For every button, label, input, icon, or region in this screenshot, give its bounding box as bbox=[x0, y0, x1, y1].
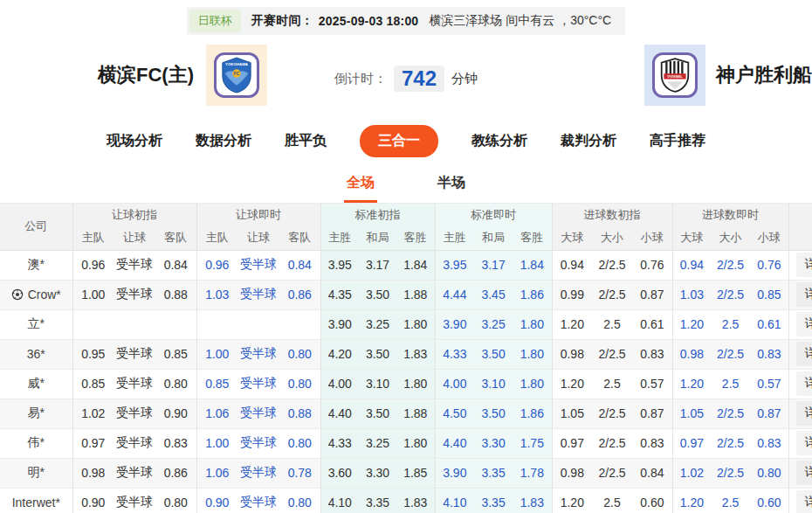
initial-odds-cell: 1.20 bbox=[552, 309, 592, 339]
detail-link[interactable]: 详 bbox=[796, 282, 812, 307]
live-odds-cell[interactable]: 2/2.5 bbox=[711, 280, 750, 309]
live-odds-cell[interactable]: 1.78 bbox=[513, 458, 552, 488]
live-odds-cell[interactable]: 4.00 bbox=[435, 369, 474, 399]
live-odds-cell[interactable]: 1.86 bbox=[513, 399, 552, 428]
live-odds-cell[interactable]: 0.85 bbox=[750, 280, 788, 309]
live-odds-cell[interactable]: 1.75 bbox=[513, 428, 552, 458]
live-odds-cell[interactable]: 1.06 bbox=[196, 399, 237, 428]
live-odds-cell[interactable]: 0.96 bbox=[196, 250, 237, 280]
live-odds-cell[interactable]: 0.80 bbox=[279, 428, 320, 458]
live-odds-cell[interactable]: 0.87 bbox=[750, 399, 788, 428]
live-odds-cell[interactable]: 2/2.5 bbox=[711, 458, 750, 488]
scope-tab[interactable]: 半场 bbox=[435, 169, 468, 203]
live-odds-cell[interactable]: 2.5 bbox=[711, 488, 750, 513]
live-odds-cell[interactable]: 4.40 bbox=[435, 428, 474, 458]
live-odds-cell[interactable]: 1.80 bbox=[513, 309, 552, 339]
live-odds-cell[interactable]: 受半球 bbox=[237, 458, 279, 488]
live-odds-cell[interactable]: 3.25 bbox=[474, 309, 513, 339]
live-odds-cell[interactable]: 0.57 bbox=[750, 369, 788, 399]
live-odds-cell[interactable]: 0.90 bbox=[196, 488, 237, 513]
live-odds-cell[interactable]: 1.84 bbox=[513, 250, 552, 280]
live-odds-cell[interactable]: 2/2.5 bbox=[711, 250, 750, 280]
detail-link[interactable]: 详 bbox=[796, 490, 812, 513]
detail-link[interactable]: 详 bbox=[796, 371, 812, 396]
live-odds-cell[interactable]: 2/2.5 bbox=[711, 428, 750, 458]
live-odds-cell[interactable]: 3.90 bbox=[435, 458, 474, 488]
live-odds-cell[interactable]: 0.80 bbox=[279, 369, 320, 399]
league-badge[interactable]: 日联杯 bbox=[189, 10, 241, 32]
live-odds-cell[interactable]: 3.95 bbox=[435, 250, 474, 280]
live-odds-cell[interactable]: 0.94 bbox=[672, 250, 711, 280]
sub-column-header: 让球 bbox=[114, 226, 155, 250]
live-odds-cell[interactable]: 1.05 bbox=[672, 399, 711, 428]
live-odds-cell[interactable]: 4.33 bbox=[435, 339, 474, 369]
live-odds-cell[interactable]: 0.61 bbox=[750, 309, 788, 339]
nav-tab[interactable]: 现场分析 bbox=[107, 132, 162, 150]
live-odds-cell[interactable]: 1.03 bbox=[672, 280, 711, 309]
live-odds-cell[interactable]: 2.5 bbox=[711, 369, 750, 399]
live-odds-cell[interactable]: 1.83 bbox=[513, 488, 552, 513]
live-odds-cell[interactable]: 1.02 bbox=[672, 458, 711, 488]
live-odds-cell[interactable]: 受半球 bbox=[237, 428, 279, 458]
live-odds-cell[interactable]: 0.60 bbox=[750, 488, 788, 513]
live-odds-cell[interactable]: 0.78 bbox=[279, 458, 320, 488]
live-odds-cell[interactable]: 0.84 bbox=[279, 250, 320, 280]
live-odds-cell[interactable]: 0.97 bbox=[672, 428, 711, 458]
live-odds-cell[interactable]: 1.03 bbox=[196, 280, 237, 309]
detail-link[interactable]: 详 bbox=[796, 401, 812, 426]
live-odds-cell[interactable]: 受半球 bbox=[237, 339, 279, 369]
live-odds-cell[interactable]: 3.35 bbox=[474, 488, 513, 513]
live-odds-cell[interactable]: 1.86 bbox=[513, 280, 552, 309]
live-odds-cell[interactable]: 3.45 bbox=[474, 280, 513, 309]
live-odds-cell[interactable]: 3.10 bbox=[474, 369, 513, 399]
live-odds-cell[interactable]: 0.80 bbox=[279, 488, 320, 513]
live-odds-cell[interactable]: 1.80 bbox=[513, 369, 552, 399]
live-odds-cell[interactable]: 0.88 bbox=[279, 399, 320, 428]
live-odds-cell[interactable]: 受半球 bbox=[237, 399, 279, 428]
live-odds-cell[interactable]: 4.50 bbox=[435, 399, 474, 428]
live-odds-cell[interactable]: 受半球 bbox=[237, 250, 279, 280]
live-odds-cell[interactable]: 受半球 bbox=[237, 369, 279, 399]
live-odds-cell[interactable]: 3.50 bbox=[474, 339, 513, 369]
live-odds-cell[interactable]: 0.80 bbox=[750, 458, 788, 488]
nav-tab-active[interactable]: 三合一 bbox=[360, 125, 438, 157]
live-odds-cell[interactable]: 1.80 bbox=[513, 339, 552, 369]
live-odds-cell[interactable]: 受半球 bbox=[237, 280, 279, 309]
live-odds-cell[interactable]: 0.83 bbox=[750, 339, 788, 369]
live-odds-cell[interactable]: 1.00 bbox=[196, 339, 237, 369]
nav-tab[interactable]: 胜平负 bbox=[285, 132, 327, 150]
live-odds-cell[interactable]: 4.10 bbox=[435, 488, 474, 513]
live-odds-cell[interactable]: 0.85 bbox=[196, 369, 237, 399]
live-odds-cell[interactable]: 2.5 bbox=[711, 309, 750, 339]
live-odds-cell[interactable]: 1.06 bbox=[196, 458, 237, 488]
live-odds-cell[interactable]: 0.76 bbox=[750, 250, 788, 280]
live-odds-cell[interactable]: 0.98 bbox=[672, 339, 711, 369]
detail-link[interactable]: 详 bbox=[796, 312, 812, 336]
detail-link[interactable]: 详 bbox=[796, 253, 812, 277]
live-odds-cell[interactable]: 1.20 bbox=[672, 369, 711, 399]
live-odds-cell[interactable]: 4.44 bbox=[435, 280, 474, 309]
live-odds-cell[interactable]: 受半球 bbox=[237, 488, 279, 513]
scope-tab-active[interactable]: 全场 bbox=[344, 169, 377, 203]
initial-odds-cell: 3.50 bbox=[359, 399, 396, 428]
live-odds-cell[interactable]: 3.17 bbox=[474, 250, 513, 280]
live-odds-cell[interactable]: 3.30 bbox=[474, 428, 513, 458]
live-odds-cell[interactable]: 3.35 bbox=[474, 458, 513, 488]
detail-link[interactable]: 详 bbox=[796, 431, 812, 455]
live-odds-cell[interactable]: 2/2.5 bbox=[711, 339, 750, 369]
live-odds-cell[interactable]: 2/2.5 bbox=[711, 399, 750, 428]
live-odds-cell[interactable]: 3.90 bbox=[435, 309, 474, 339]
nav-tab[interactable]: 高手推荐 bbox=[650, 132, 705, 150]
live-odds-cell[interactable]: 3.50 bbox=[474, 399, 513, 428]
live-odds-cell[interactable]: 1.20 bbox=[672, 309, 711, 339]
nav-tab[interactable]: 裁判分析 bbox=[561, 132, 616, 150]
live-odds-cell[interactable]: 1.20 bbox=[672, 488, 711, 513]
nav-tab[interactable]: 数据分析 bbox=[196, 132, 251, 150]
live-odds-cell[interactable]: 0.83 bbox=[750, 428, 788, 458]
live-odds-cell[interactable]: 1.00 bbox=[196, 428, 237, 458]
live-odds-cell[interactable]: 0.86 bbox=[279, 280, 320, 309]
detail-link[interactable]: 详 bbox=[796, 461, 812, 485]
nav-tab[interactable]: 教练分析 bbox=[471, 132, 527, 150]
live-odds-cell[interactable]: 0.80 bbox=[279, 339, 320, 369]
detail-link[interactable]: 详 bbox=[796, 342, 812, 366]
